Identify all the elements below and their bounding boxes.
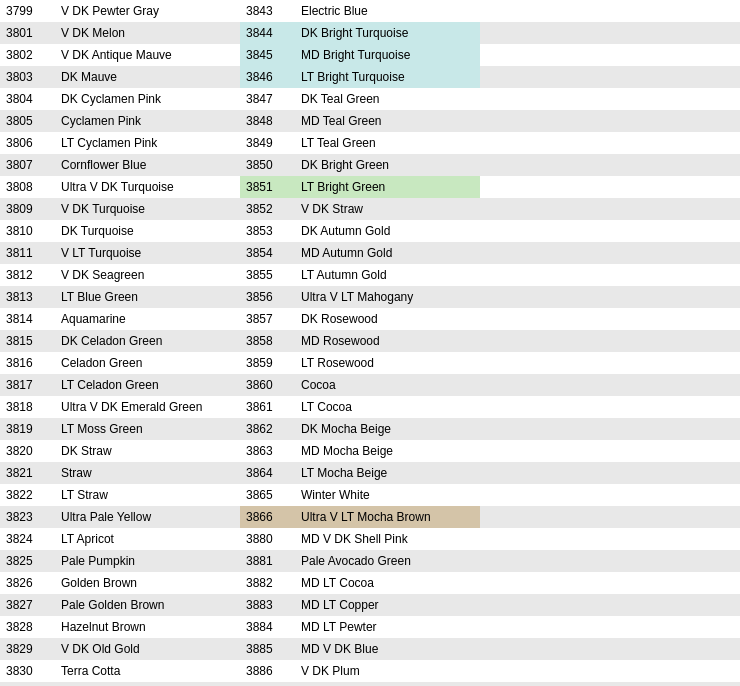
right-color-name: LT Teal Green [295,132,480,154]
right-color-name: MD Autumn Gold [295,242,480,264]
empty-col-2 [610,550,740,572]
right-number: 3853 [240,220,295,242]
right-color-name: Pale Avocado Green [295,550,480,572]
right-number: 3855 [240,264,295,286]
empty-col-1 [480,682,610,686]
table-row: 3804DK Cyclamen Pink3847DK Teal Green [0,88,740,110]
table-row: 3816Celadon Green3859LT Rosewood [0,352,740,374]
table-row: 3825Pale Pumpkin3881Pale Avocado Green [0,550,740,572]
left-color-name: V LT Turquoise [55,242,240,264]
left-color-name: V DK Melon [55,22,240,44]
empty-col-1 [480,44,610,66]
left-color-name: Cornflower Blue [55,154,240,176]
empty-col-1 [480,286,610,308]
left-color-name: DK Mauve [55,66,240,88]
empty-col-2 [610,220,740,242]
right-number: 3863 [240,440,295,462]
right-number: 3884 [240,616,295,638]
table-row: 3808Ultra V DK Turquoise3851LT Bright Gr… [0,176,740,198]
right-number: 3859 [240,352,295,374]
left-color-name: DK Straw [55,440,240,462]
table-row: 3806LT Cyclamen Pink3849LT Teal Green [0,132,740,154]
left-number: 3806 [0,132,55,154]
left-color-name: Ultra V DK Turquoise [55,176,240,198]
empty-col-1 [480,638,610,660]
left-number: 3830 [0,660,55,682]
right-number: 3881 [240,550,295,572]
table-row: 3827Pale Golden Brown3883MD LT Copper [0,594,740,616]
empty-col-2 [610,154,740,176]
left-color-name: Pale Pumpkin [55,550,240,572]
left-color-name: Ultra Pale Yellow [55,506,240,528]
left-number: 3814 [0,308,55,330]
right-number: 3860 [240,374,295,396]
left-color-name: Aquamarine [55,308,240,330]
left-number: 3803 [0,66,55,88]
empty-col-1 [480,330,610,352]
left-number: 3818 [0,396,55,418]
right-color-name: DK Mocha Beige [295,418,480,440]
right-number: 3886 [240,660,295,682]
empty-col-2 [610,352,740,374]
right-number: 3850 [240,154,295,176]
left-number: 3813 [0,286,55,308]
left-number: 3816 [0,352,55,374]
right-number: 3846 [240,66,295,88]
table-row: 3811V LT Turquoise3854MD Autumn Gold [0,242,740,264]
left-number: 3827 [0,594,55,616]
right-color-name: Ultra V DK Lavender [295,682,480,686]
table-row: 3817LT Celadon Green3860Cocoa [0,374,740,396]
right-number: 3883 [240,594,295,616]
left-number: 3804 [0,88,55,110]
empty-col-2 [610,176,740,198]
left-number: 3799 [0,0,55,22]
right-color-name: DK Autumn Gold [295,220,480,242]
right-color-name: Winter White [295,484,480,506]
right-color-name: LT Autumn Gold [295,264,480,286]
empty-col-2 [610,418,740,440]
right-number: 3854 [240,242,295,264]
empty-col-1 [480,418,610,440]
empty-col-1 [480,110,610,132]
empty-col-2 [610,66,740,88]
left-number: 3815 [0,330,55,352]
left-color-name: Terra Cotta [55,660,240,682]
empty-col-1 [480,440,610,462]
left-number: 3808 [0,176,55,198]
right-number: 3851 [240,176,295,198]
left-number: 3829 [0,638,55,660]
left-color-name: LT Moss Green [55,418,240,440]
left-color-name: LT Apricot [55,528,240,550]
table-row: 3829V DK Old Gold3885MD V DK Blue [0,638,740,660]
left-color-name: V DK Old Gold [55,638,240,660]
table-row: 3815DK Celadon Green3858MD Rosewood [0,330,740,352]
left-color-name: Pale Golden Brown [55,594,240,616]
right-color-name: DK Bright Turquoise [295,22,480,44]
left-number: 3805 [0,110,55,132]
empty-col-1 [480,66,610,88]
right-number: 3848 [240,110,295,132]
empty-col-1 [480,132,610,154]
empty-col-2 [610,616,740,638]
empty-col-2 [610,286,740,308]
empty-col-2 [610,264,740,286]
right-color-name: LT Cocoa [295,396,480,418]
empty-col-2 [610,660,740,682]
empty-col-1 [480,550,610,572]
left-color-name: LT Blue Green [55,286,240,308]
right-number: 3858 [240,330,295,352]
table-row: 3830Terra Cotta3886V DK Plum [0,660,740,682]
left-color-name: Hazelnut Brown [55,616,240,638]
right-color-name: MD Rosewood [295,330,480,352]
right-color-name: LT Bright Turquoise [295,66,480,88]
left-number: 3821 [0,462,55,484]
right-color-name: DK Teal Green [295,88,480,110]
empty-col-1 [480,220,610,242]
table-row: 3801V DK Melon3844DK Bright Turquoise [0,22,740,44]
empty-col-1 [480,594,610,616]
table-row: 3814Aquamarine3857DK Rosewood [0,308,740,330]
left-number: 3802 [0,44,55,66]
empty-col-2 [610,484,740,506]
left-number: 3831 [0,682,55,686]
empty-col-1 [480,374,610,396]
